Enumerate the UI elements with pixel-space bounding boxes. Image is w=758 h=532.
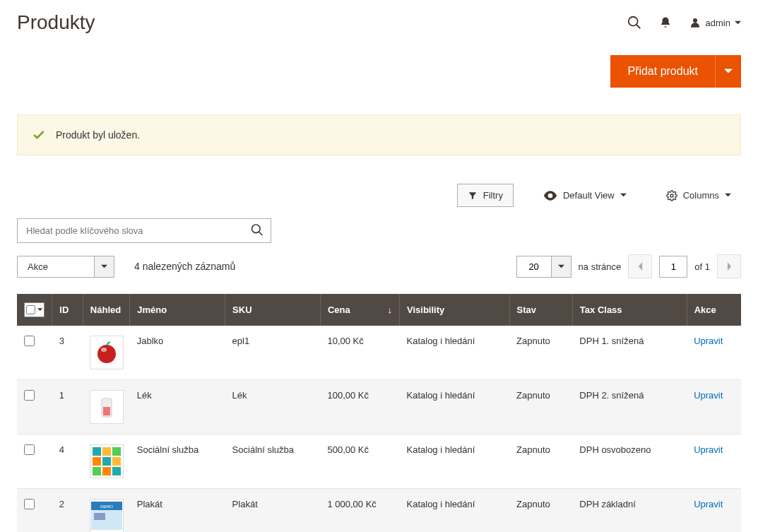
filters-label: Filtry	[483, 190, 503, 201]
chevron-down-icon	[725, 192, 731, 199]
svg-rect-9	[103, 407, 110, 415]
svg-text:DEMO: DEMO	[100, 504, 113, 509]
default-view-button[interactable]: Default View	[533, 184, 636, 206]
row-checkbox[interactable]	[24, 336, 35, 346]
search-icon	[250, 223, 264, 237]
cell-status: Zapnuto	[509, 435, 572, 489]
chevron-down-icon	[620, 192, 627, 199]
row-checkbox[interactable]	[24, 390, 35, 401]
mass-actions-dropdown[interactable]: Akce	[17, 256, 114, 278]
col-name[interactable]: Jméno	[130, 294, 225, 326]
search-button[interactable]	[250, 223, 264, 239]
col-id[interactable]: ID	[52, 294, 83, 326]
svg-rect-13	[93, 457, 101, 466]
cell-status: Zapnuto	[509, 326, 572, 380]
product-thumbnail	[90, 444, 124, 478]
cell-sku: Lék	[225, 380, 321, 435]
row-checkbox[interactable]	[24, 499, 35, 509]
svg-rect-15	[112, 457, 121, 466]
select-all-dropdown[interactable]	[24, 302, 45, 317]
success-message: Produkt byl uložen.	[17, 114, 741, 155]
cell-tax: DPH základní	[572, 489, 687, 533]
chevron-down-icon	[735, 20, 741, 26]
check-icon	[32, 128, 46, 142]
next-page-button[interactable]	[717, 254, 741, 278]
row-checkbox[interactable]	[24, 444, 35, 455]
svg-point-4	[252, 225, 261, 233]
svg-line-5	[259, 232, 263, 235]
page-of-label: of 1	[694, 261, 710, 272]
col-visibility[interactable]: Visibility	[400, 294, 510, 326]
columns-label: Columns	[683, 190, 719, 201]
cell-tax: DPH 2. snížená	[572, 380, 687, 435]
cell-name: Jablko	[130, 326, 225, 380]
table-row: 3Jablkoepl110,00 KčKatalog i hledáníZapn…	[17, 326, 741, 380]
cell-sku: Plakát	[225, 489, 321, 533]
per-page-caret[interactable]	[552, 256, 572, 278]
per-page-input[interactable]	[516, 256, 552, 278]
svg-point-7	[101, 348, 107, 352]
col-action: Akce	[687, 294, 741, 326]
table-row: 4Sociální službaSociální služba500,00 Kč…	[17, 435, 741, 489]
svg-rect-11	[102, 447, 111, 456]
svg-rect-18	[112, 467, 121, 475]
mass-actions-label: Akce	[17, 256, 95, 278]
cell-sku: epl1	[225, 326, 321, 380]
chevron-down-icon	[558, 264, 564, 270]
svg-rect-17	[102, 467, 111, 475]
cell-id: 1	[52, 380, 83, 435]
svg-point-0	[628, 17, 637, 26]
filters-button[interactable]: Filtry	[457, 184, 514, 207]
cell-name: Plakát	[130, 489, 225, 533]
svg-point-2	[693, 18, 697, 23]
svg-point-6	[97, 345, 116, 363]
svg-rect-14	[102, 457, 111, 466]
page-title: Produkty	[17, 11, 95, 34]
col-price[interactable]: Cena ↓	[320, 294, 399, 326]
select-all-checkbox[interactable]	[26, 305, 35, 315]
table-row: 1LékLék100,00 KčKatalog i hledáníZapnuto…	[17, 380, 741, 435]
col-thumb[interactable]: Náhled	[83, 294, 129, 326]
user-menu[interactable]: admin	[689, 16, 741, 29]
edit-link[interactable]: Upravit	[694, 444, 723, 455]
col-status[interactable]: Stav	[509, 294, 572, 326]
col-tax[interactable]: Tax Class	[572, 294, 687, 326]
chevron-down-icon	[101, 264, 107, 270]
bell-icon[interactable]	[659, 16, 672, 30]
cell-visibility: Katalog i hledání	[400, 326, 510, 380]
cell-price: 100,00 Kč	[320, 380, 399, 435]
sort-down-icon: ↓	[388, 305, 393, 315]
table-row: 2DEMOPlakátPlakát1 000,00 KčKatalog i hl…	[17, 489, 741, 533]
cell-price: 10,00 Kč	[320, 326, 399, 380]
per-page-label: na stránce	[579, 261, 622, 272]
success-text: Produkt byl uložen.	[56, 129, 140, 141]
chevron-down-icon	[37, 307, 42, 313]
columns-button[interactable]: Columns	[656, 184, 741, 207]
products-table: ID Náhled Jméno SKU Cena ↓ Visibility St…	[17, 294, 741, 532]
search-icon[interactable]	[627, 15, 642, 30]
add-product-dropdown[interactable]	[715, 55, 741, 88]
cell-visibility: Katalog i hledání	[400, 435, 510, 489]
svg-rect-16	[93, 467, 101, 475]
page-input[interactable]	[659, 256, 687, 278]
funnel-icon	[468, 191, 478, 201]
col-select	[17, 294, 52, 326]
cell-id: 3	[52, 326, 83, 380]
cell-tax: DPH osvobozeno	[572, 435, 687, 489]
cell-visibility: Katalog i hledání	[400, 380, 510, 435]
svg-rect-12	[112, 447, 121, 456]
chevron-right-icon	[726, 262, 733, 271]
cell-visibility: Katalog i hledání	[400, 489, 510, 533]
product-thumbnail	[90, 336, 124, 370]
mass-actions-caret[interactable]	[95, 256, 114, 278]
eye-icon	[543, 191, 557, 201]
edit-link[interactable]: Upravit	[694, 499, 723, 509]
prev-page-button[interactable]	[628, 254, 652, 278]
search-input[interactable]	[17, 218, 271, 243]
edit-link[interactable]: Upravit	[694, 336, 723, 346]
edit-link[interactable]: Upravit	[694, 390, 723, 401]
add-product-button[interactable]: Přidat produkt	[610, 55, 715, 88]
col-sku[interactable]: SKU	[225, 294, 321, 326]
cell-tax: DPH 1. snížená	[572, 326, 687, 380]
svg-rect-22	[94, 513, 105, 520]
